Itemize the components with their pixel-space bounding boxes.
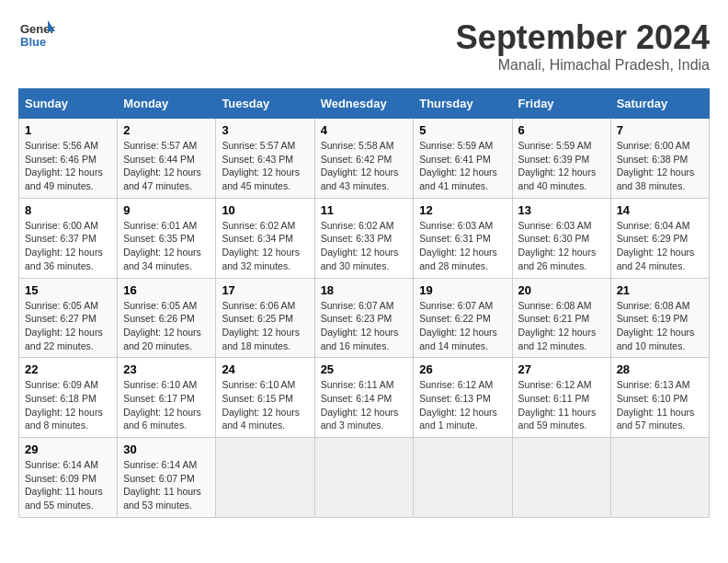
- table-row: 28 Sunrise: 6:13 AM Sunset: 6:10 PM Dayl…: [610, 358, 709, 438]
- table-row: 24 Sunrise: 6:10 AM Sunset: 6:15 PM Dayl…: [216, 358, 314, 438]
- empty-cell: [610, 438, 709, 518]
- table-row: 11 Sunrise: 6:02 AM Sunset: 6:33 PM Dayl…: [314, 198, 414, 278]
- col-tuesday: Tuesday: [216, 89, 314, 119]
- table-row: 17 Sunrise: 6:06 AM Sunset: 6:25 PM Dayl…: [216, 278, 314, 358]
- table-row: 26 Sunrise: 6:12 AM Sunset: 6:13 PM Dayl…: [414, 358, 512, 438]
- svg-text:Blue: Blue: [20, 35, 46, 49]
- table-row: 12 Sunrise: 6:03 AM Sunset: 6:31 PM Dayl…: [414, 198, 512, 278]
- table-row: 29 Sunrise: 6:14 AM Sunset: 6:09 PM Dayl…: [19, 438, 118, 518]
- empty-cell: [216, 438, 314, 518]
- empty-cell: [414, 438, 512, 518]
- location: Manali, Himachal Pradesh, India: [456, 57, 710, 74]
- table-row: 16 Sunrise: 6:05 AM Sunset: 6:26 PM Dayl…: [118, 278, 216, 358]
- table-row: 30 Sunrise: 6:14 AM Sunset: 6:07 PM Dayl…: [118, 438, 216, 518]
- table-row: 6 Sunrise: 5:59 AM Sunset: 6:39 PM Dayli…: [512, 119, 610, 199]
- table-row: 22 Sunrise: 6:09 AM Sunset: 6:18 PM Dayl…: [19, 358, 118, 438]
- week-row: 8 Sunrise: 6:00 AM Sunset: 6:37 PM Dayli…: [19, 198, 710, 278]
- calendar-table: Sunday Monday Tuesday Wednesday Thursday…: [18, 88, 710, 518]
- title-block: September 2024 Manali, Himachal Pradesh,…: [456, 18, 710, 74]
- table-row: 9 Sunrise: 6:01 AM Sunset: 6:35 PM Dayli…: [118, 198, 216, 278]
- week-row: 1 Sunrise: 5:56 AM Sunset: 6:46 PM Dayli…: [19, 119, 710, 199]
- table-row: 18 Sunrise: 6:07 AM Sunset: 6:23 PM Dayl…: [314, 278, 414, 358]
- logo: General Blue: [18, 18, 55, 52]
- week-row: 29 Sunrise: 6:14 AM Sunset: 6:09 PM Dayl…: [19, 438, 710, 518]
- col-saturday: Saturday: [610, 89, 709, 119]
- table-row: 4 Sunrise: 5:58 AM Sunset: 6:42 PM Dayli…: [314, 119, 414, 199]
- logo-icon: General Blue: [18, 18, 55, 52]
- table-row: 27 Sunrise: 6:12 AM Sunset: 6:11 PM Dayl…: [512, 358, 610, 438]
- col-thursday: Thursday: [414, 89, 512, 119]
- table-row: 15 Sunrise: 6:05 AM Sunset: 6:27 PM Dayl…: [19, 278, 118, 358]
- empty-cell: [512, 438, 610, 518]
- table-row: 1 Sunrise: 5:56 AM Sunset: 6:46 PM Dayli…: [19, 119, 118, 199]
- col-wednesday: Wednesday: [314, 89, 414, 119]
- table-row: 13 Sunrise: 6:03 AM Sunset: 6:30 PM Dayl…: [512, 198, 610, 278]
- table-row: 25 Sunrise: 6:11 AM Sunset: 6:14 PM Dayl…: [314, 358, 414, 438]
- empty-cell: [314, 438, 414, 518]
- header-row: Sunday Monday Tuesday Wednesday Thursday…: [19, 89, 710, 119]
- col-friday: Friday: [512, 89, 610, 119]
- table-row: 10 Sunrise: 6:02 AM Sunset: 6:34 PM Dayl…: [216, 198, 314, 278]
- table-row: 23 Sunrise: 6:10 AM Sunset: 6:17 PM Dayl…: [118, 358, 216, 438]
- table-row: 14 Sunrise: 6:04 AM Sunset: 6:29 PM Dayl…: [610, 198, 709, 278]
- week-row: 22 Sunrise: 6:09 AM Sunset: 6:18 PM Dayl…: [19, 358, 710, 438]
- table-row: 2 Sunrise: 5:57 AM Sunset: 6:44 PM Dayli…: [118, 119, 216, 199]
- table-row: 19 Sunrise: 6:07 AM Sunset: 6:22 PM Dayl…: [414, 278, 512, 358]
- col-monday: Monday: [118, 89, 216, 119]
- table-row: 7 Sunrise: 6:00 AM Sunset: 6:38 PM Dayli…: [610, 119, 709, 199]
- table-row: 3 Sunrise: 5:57 AM Sunset: 6:43 PM Dayli…: [216, 119, 314, 199]
- table-row: 5 Sunrise: 5:59 AM Sunset: 6:41 PM Dayli…: [414, 119, 512, 199]
- table-row: 8 Sunrise: 6:00 AM Sunset: 6:37 PM Dayli…: [19, 198, 118, 278]
- col-sunday: Sunday: [19, 89, 118, 119]
- page-header: General Blue September 2024 Manali, Hima…: [18, 18, 710, 74]
- week-row: 15 Sunrise: 6:05 AM Sunset: 6:27 PM Dayl…: [19, 278, 710, 358]
- table-row: 20 Sunrise: 6:08 AM Sunset: 6:21 PM Dayl…: [512, 278, 610, 358]
- table-row: 21 Sunrise: 6:08 AM Sunset: 6:19 PM Dayl…: [610, 278, 709, 358]
- month-title: September 2024: [456, 18, 710, 57]
